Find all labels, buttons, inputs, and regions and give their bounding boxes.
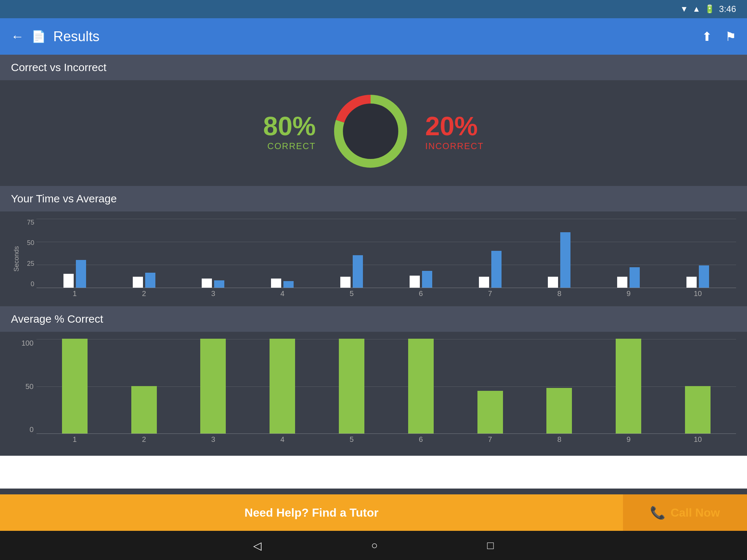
yp-100: 100 [22, 339, 34, 347]
nav-back-button[interactable]: ◁ [253, 539, 262, 552]
y-25: 25 [27, 260, 34, 268]
donut-container: 80% CORRECT 20% INCORRECT [263, 91, 484, 171]
call-now-button[interactable]: 📞 Call Now [623, 494, 747, 531]
green-bar-1 [62, 339, 88, 433]
yp-0: 0 [30, 425, 34, 434]
time-bar-white-7 [479, 277, 489, 288]
time-group-2 [109, 273, 179, 288]
green-bar-2 [131, 386, 157, 433]
time-group-9 [594, 267, 663, 288]
y-50: 50 [27, 239, 34, 247]
time-group-1 [40, 260, 109, 288]
green-group-9 [594, 339, 663, 433]
time-bar-blue-5 [353, 255, 363, 288]
green-bar-10 [685, 386, 711, 433]
correct-incorrect-title: Correct vs Incorrect [11, 61, 107, 73]
green-group-3 [179, 339, 248, 433]
time-chart-section: Seconds 75 50 25 0 [0, 211, 747, 306]
time-group-7 [456, 251, 525, 288]
time-bar-blue-4 [283, 281, 294, 288]
y-0: 0 [31, 280, 34, 288]
nav-recent-button[interactable]: □ [487, 539, 494, 552]
correct-label-block: 80% CORRECT [263, 111, 316, 151]
green-bar-6 [408, 339, 434, 433]
app-title: Results [53, 29, 100, 44]
time-xlabel-10: 10 [663, 289, 732, 298]
green-group-2 [109, 386, 179, 433]
time-y-axis-label: Seconds [13, 246, 20, 272]
phone-icon: 📞 [650, 505, 665, 520]
status-time: 3:46 [719, 4, 736, 14]
white-space-2 [0, 467, 747, 478]
time-bar-blue-9 [630, 267, 640, 288]
green-bar-8 [546, 388, 572, 433]
green-xlabel-8: 8 [525, 435, 594, 444]
time-bar-blue-1 [76, 260, 86, 288]
doc-icon: 📄 [31, 30, 46, 43]
green-xlabel-4: 4 [248, 435, 317, 444]
percent-chart-title: Average % Correct [11, 313, 103, 325]
time-bar-white-10 [686, 277, 697, 288]
flag-icon[interactable]: ⚑ [725, 29, 736, 44]
status-icons: ▼ ▲ 🔋 3:46 [680, 4, 736, 14]
time-xlabel-9: 9 [594, 289, 663, 298]
time-bar-white-3 [202, 279, 212, 288]
time-xlabel-2: 2 [109, 289, 179, 298]
green-bar-9 [616, 339, 641, 433]
green-group-10 [663, 386, 732, 433]
green-bar-4 [270, 339, 295, 433]
time-bar-white-1 [63, 274, 74, 288]
share-icon[interactable]: ⬆ [702, 29, 712, 44]
time-bar-blue-8 [560, 232, 570, 288]
green-xlabel-2: 2 [109, 435, 179, 444]
white-space [0, 456, 747, 467]
time-group-4 [248, 279, 317, 288]
bottom-banner: Need Help? Find a Tutor 📞 Call Now [0, 494, 747, 531]
time-xlabel-8: 8 [525, 289, 594, 298]
time-group-10 [663, 265, 732, 288]
time-bar-blue-6 [422, 271, 432, 288]
time-bar-white-6 [410, 276, 420, 288]
y-75: 75 [27, 219, 34, 226]
time-chart-title: Your Time vs Average [11, 192, 117, 205]
incorrect-sublabel: INCORRECT [425, 141, 484, 151]
time-xlabel-4: 4 [248, 289, 317, 298]
time-xlabel-6: 6 [386, 289, 456, 298]
green-group-5 [317, 339, 386, 433]
green-xlabel-6: 6 [386, 435, 456, 444]
back-button[interactable]: ← [11, 29, 24, 44]
donut-chart [330, 91, 411, 171]
green-group-6 [386, 339, 456, 433]
time-bar-blue-7 [491, 251, 502, 288]
time-xlabel-5: 5 [317, 289, 386, 298]
time-group-3 [179, 279, 248, 288]
time-bar-white-5 [340, 277, 351, 288]
green-xlabel-10: 10 [663, 435, 732, 444]
time-bar-blue-10 [699, 265, 709, 288]
android-nav-bar: ◁ ○ □ [0, 531, 747, 560]
green-bar-7 [477, 391, 503, 433]
app-bar-right: ⬆ ⚑ [702, 29, 736, 44]
donut-section: 80% CORRECT 20% INCORRECT [0, 80, 747, 186]
time-group-5 [317, 255, 386, 288]
green-group-1 [40, 339, 109, 433]
green-xlabel-5: 5 [317, 435, 386, 444]
green-xlabel-1: 1 [40, 435, 109, 444]
correct-sublabel: CORRECT [263, 141, 316, 151]
app-bar-left: ← 📄 Results [11, 29, 702, 44]
green-xlabel-3: 3 [179, 435, 248, 444]
time-chart-header: Your Time vs Average [0, 186, 747, 211]
time-bar-white-2 [133, 277, 143, 288]
scroll-content: Correct vs Incorrect 80% CORRECT 20% INC… [0, 55, 747, 494]
time-xlabel-3: 3 [179, 289, 248, 298]
green-group-7 [456, 391, 525, 433]
status-bar: ▼ ▲ 🔋 3:46 [0, 0, 747, 18]
time-xlabel-1: 1 [40, 289, 109, 298]
time-group-8 [525, 232, 594, 288]
time-group-6 [386, 271, 456, 288]
incorrect-percent: 20% [425, 111, 484, 141]
app-bar: ← 📄 Results ⬆ ⚑ [0, 18, 747, 55]
nav-home-button[interactable]: ○ [371, 539, 378, 552]
call-now-label: Call Now [670, 506, 720, 520]
battery-icon: 🔋 [705, 4, 715, 14]
